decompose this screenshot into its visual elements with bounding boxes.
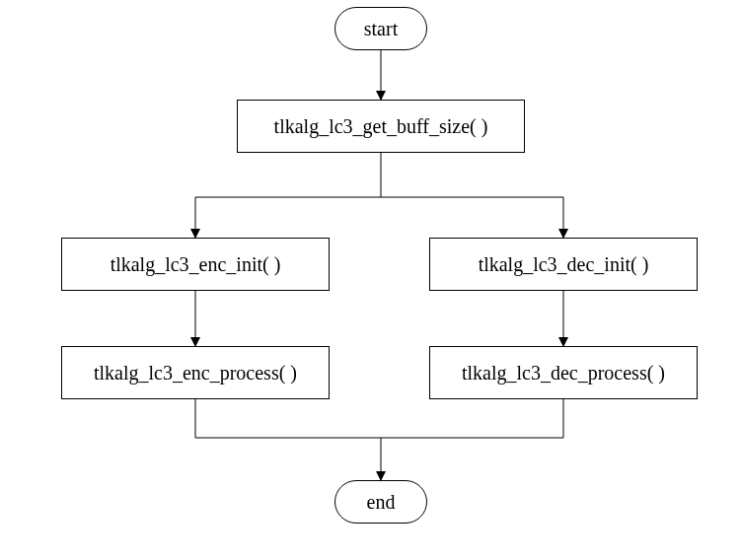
buff-size-node: tlkalg_lc3_get_buff_size( ) bbox=[237, 100, 525, 153]
enc-process-node: tlkalg_lc3_enc_process( ) bbox=[61, 346, 330, 399]
end-label: end bbox=[367, 491, 396, 514]
enc-init-label: tlkalg_lc3_enc_init( ) bbox=[111, 253, 281, 276]
buff-size-label: tlkalg_lc3_get_buff_size( ) bbox=[274, 115, 488, 138]
dec-process-label: tlkalg_lc3_dec_process( ) bbox=[462, 362, 665, 385]
enc-init-node: tlkalg_lc3_enc_init( ) bbox=[61, 238, 330, 291]
dec-init-label: tlkalg_lc3_dec_init( ) bbox=[479, 253, 649, 276]
dec-init-node: tlkalg_lc3_dec_init( ) bbox=[429, 238, 698, 291]
enc-process-label: tlkalg_lc3_enc_process( ) bbox=[94, 362, 297, 385]
dec-process-node: tlkalg_lc3_dec_process( ) bbox=[429, 346, 698, 399]
end-node: end bbox=[334, 480, 427, 524]
start-node: start bbox=[334, 7, 427, 50]
start-label: start bbox=[364, 18, 398, 40]
